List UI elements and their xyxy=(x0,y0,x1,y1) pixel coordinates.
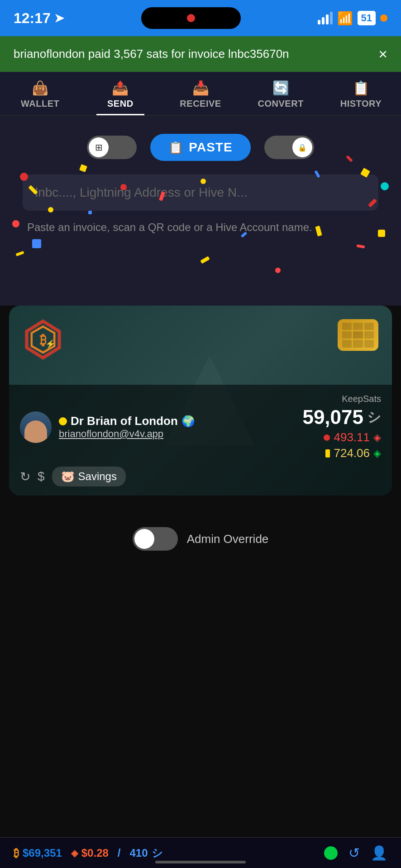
btc-price-item: ₿ $69,351 xyxy=(14,847,62,859)
paste-icon: 📋 xyxy=(168,141,183,155)
time-label: 12:17 xyxy=(14,10,51,27)
status-time: 12:17 ➤ xyxy=(14,10,64,27)
chip-cell-1 xyxy=(342,323,352,330)
chip-cell-9 xyxy=(364,340,374,347)
main-balance-value: 59,075 xyxy=(302,406,363,429)
savings-label: Savings xyxy=(78,470,117,483)
user-handle-row: brianoflondon@v4v.app xyxy=(59,428,195,440)
separator: / xyxy=(118,847,121,859)
confetti-8 xyxy=(381,182,389,190)
notification-text: brianoflondon paid 3,567 sats for invoic… xyxy=(14,47,378,61)
qr-toggle-knob: ⊞ xyxy=(89,137,109,157)
tab-bar: 👜 WALLET 📤 SEND 📥 RECEIVE 🔄 CONVERT 📋 HI… xyxy=(0,72,401,116)
user-name-text: Dr Brian of London xyxy=(71,414,178,428)
lock-toggle[interactable]: 🔒 xyxy=(264,136,314,159)
chip-cell-3 xyxy=(364,323,374,330)
admin-override-toggle[interactable] xyxy=(133,527,178,551)
sats-price-item: 410 シ xyxy=(130,846,163,860)
send-tab-label: SEND xyxy=(107,99,134,109)
hive-price-item: ◈ $0.28 xyxy=(71,847,109,859)
card-user-left: Dr Brian of London 🌍 brianoflondon@v4v.a… xyxy=(20,411,195,443)
user-name-row: Dr Brian of London 🌍 xyxy=(59,414,195,428)
chip-icon xyxy=(338,319,378,351)
confetti-4 xyxy=(32,239,41,248)
user-info: Dr Brian of London 🌍 brianoflondon@v4v.a… xyxy=(59,414,195,440)
hive-balance-row: 493.11 ◈ xyxy=(302,430,381,444)
hbd-logo-symbol: ◈ xyxy=(373,448,381,459)
history-tab-icon: 📋 xyxy=(353,80,369,96)
paste-button[interactable]: 📋 PASTE xyxy=(150,134,250,161)
chip-cell-7 xyxy=(342,340,352,347)
chip-cell-4 xyxy=(342,331,352,339)
convert-tab-label: CONVERT xyxy=(258,99,304,109)
tab-wallet[interactable]: 👜 WALLET xyxy=(0,72,80,115)
main-balance-row: 59,075 シ xyxy=(302,406,381,429)
wallet-tab-label: WALLET xyxy=(21,99,59,109)
tab-convert[interactable]: 🔄 CONVERT xyxy=(241,72,321,115)
orange-status-dot xyxy=(380,14,387,22)
signal-bar-2 xyxy=(322,17,325,24)
sats-amount-value: 410 xyxy=(130,847,148,859)
earth-icon: 🌍 xyxy=(181,415,195,428)
dollar-icon: $ xyxy=(38,469,45,484)
tab-history[interactable]: 📋 HISTORY xyxy=(321,72,401,115)
confetti-10 xyxy=(378,230,385,237)
confetti-3 xyxy=(12,220,19,227)
qr-icon: ⊞ xyxy=(95,142,103,153)
account-icon[interactable]: 👤 xyxy=(371,845,387,861)
rotate-sync-icon[interactable]: ↻ xyxy=(20,469,30,484)
admin-override-label: Admin Override xyxy=(187,532,269,546)
admin-override-row: Admin Override xyxy=(0,509,401,560)
card-user-row: Dr Brian of London 🌍 brianoflondon@v4v.a… xyxy=(20,394,381,460)
hbd-balance-row: 724.06 ◈ xyxy=(302,446,381,460)
savings-button[interactable]: 🐷 Savings xyxy=(52,467,126,486)
convert-tab-icon: 🔄 xyxy=(272,80,289,96)
qr-scan-toggle[interactable]: ⊞ xyxy=(87,136,137,159)
chip-cell-8 xyxy=(353,340,363,347)
tab-receive[interactable]: 📥 RECEIVE xyxy=(160,72,240,115)
refresh-button[interactable]: ↺ xyxy=(348,845,360,861)
chip-grid xyxy=(342,323,374,348)
home-indicator xyxy=(155,861,246,863)
chip-cell-2 xyxy=(353,323,363,330)
status-icons: 📶 51 xyxy=(318,11,387,26)
user-online-dot xyxy=(59,417,67,425)
bottom-spacer xyxy=(0,560,401,868)
bottom-prices: ₿ $69,351 ◈ $0.28 / 410 シ xyxy=(14,846,163,860)
main-content: ⊞ 📋 PASTE 🔒 Paste an invoice, scan a QR … xyxy=(0,116,401,306)
wallet-card: ₿ ⚡ xyxy=(9,306,392,495)
dynamic-island xyxy=(141,7,241,29)
savings-piggy-icon: 🐷 xyxy=(61,470,75,483)
battery-icon: 51 xyxy=(358,11,376,25)
btc-price-value: $69,351 xyxy=(23,847,62,859)
helper-text: Paste an invoice, scan a QR code or a Hi… xyxy=(23,220,378,235)
lock-toggle-knob: 🔒 xyxy=(292,137,312,157)
invoice-input[interactable] xyxy=(35,185,366,200)
signal-bar-3 xyxy=(326,14,329,24)
keep-sats-label: KeepSats xyxy=(302,394,381,404)
notification-close-button[interactable]: × xyxy=(378,45,387,63)
signal-bars xyxy=(318,12,333,24)
card-balances: KeepSats 59,075 シ 493.11 ◈ 724.06 ◈ xyxy=(302,394,381,460)
hive-price-value: $0.28 xyxy=(81,847,109,859)
card-footer-row: ↻ $ 🐷 Savings xyxy=(20,467,381,486)
status-bar: 12:17 ➤ 📶 51 xyxy=(0,0,401,36)
user-avatar xyxy=(20,411,52,443)
signal-bar-4 xyxy=(330,12,333,24)
receive-tab-label: RECEIVE xyxy=(180,99,221,109)
sats-bottom-symbol: シ xyxy=(152,846,163,860)
card-wrapper: ₿ ⚡ xyxy=(0,306,401,495)
hive-bottom-icon: ◈ xyxy=(71,848,78,859)
confetti-16 xyxy=(79,164,87,172)
hive-logo-svg: ₿ ⚡ xyxy=(23,319,63,360)
signal-bar-1 xyxy=(318,20,320,24)
recording-dot xyxy=(187,14,195,22)
tab-send[interactable]: 📤 SEND xyxy=(80,72,160,115)
hbd-balance-value: 724.06 xyxy=(334,446,370,460)
confetti-21 xyxy=(88,211,92,214)
admin-toggle-knob xyxy=(134,529,154,549)
send-tab-icon: 📤 xyxy=(112,80,129,96)
location-icon: ➤ xyxy=(54,11,64,25)
confetti-17 xyxy=(275,268,281,273)
chip-cell-center xyxy=(353,331,363,339)
